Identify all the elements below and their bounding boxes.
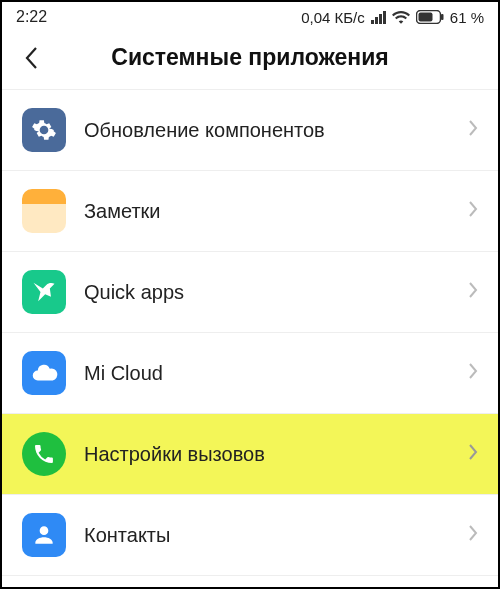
settings-list: Обновление компонентов Заметки Quick app… (2, 89, 498, 576)
screen: 2:22 0,04 КБ/с 61 % Системные приложения (0, 0, 500, 589)
row-quick-apps[interactable]: Quick apps (2, 252, 498, 333)
notes-icon (22, 189, 66, 233)
row-call-settings[interactable]: Настройки вызовов (2, 414, 498, 495)
chevron-right-icon (468, 281, 478, 303)
chevron-right-icon (468, 119, 478, 141)
chevron-right-icon (468, 200, 478, 222)
gear-icon (22, 108, 66, 152)
chevron-right-icon (468, 443, 478, 465)
svg-rect-2 (441, 14, 444, 20)
svg-rect-1 (418, 13, 432, 22)
status-time: 2:22 (16, 8, 47, 26)
chevron-right-icon (468, 524, 478, 546)
bird-icon (22, 270, 66, 314)
status-bar: 2:22 0,04 КБ/с 61 % (2, 2, 498, 30)
person-icon (22, 513, 66, 557)
cellular-signal-icon (371, 11, 386, 24)
header: Системные приложения (2, 30, 498, 89)
status-battery-pct: 61 % (450, 9, 484, 26)
row-label: Quick apps (84, 281, 468, 304)
chevron-right-icon (468, 362, 478, 384)
page-title: Системные приложения (16, 44, 484, 71)
row-contacts[interactable]: Контакты (2, 495, 498, 576)
cloud-icon (22, 351, 66, 395)
row-label: Обновление компонентов (84, 119, 468, 142)
row-notes[interactable]: Заметки (2, 171, 498, 252)
row-label: Mi Cloud (84, 362, 468, 385)
row-label: Заметки (84, 200, 468, 223)
wifi-icon (392, 10, 410, 24)
row-label: Настройки вызовов (84, 443, 468, 466)
row-mi-cloud[interactable]: Mi Cloud (2, 333, 498, 414)
status-net-speed: 0,04 КБ/с (301, 9, 365, 26)
battery-icon (416, 10, 444, 24)
row-component-update[interactable]: Обновление компонентов (2, 89, 498, 171)
status-right: 0,04 КБ/с 61 % (301, 9, 484, 26)
phone-icon (22, 432, 66, 476)
row-label: Контакты (84, 524, 468, 547)
